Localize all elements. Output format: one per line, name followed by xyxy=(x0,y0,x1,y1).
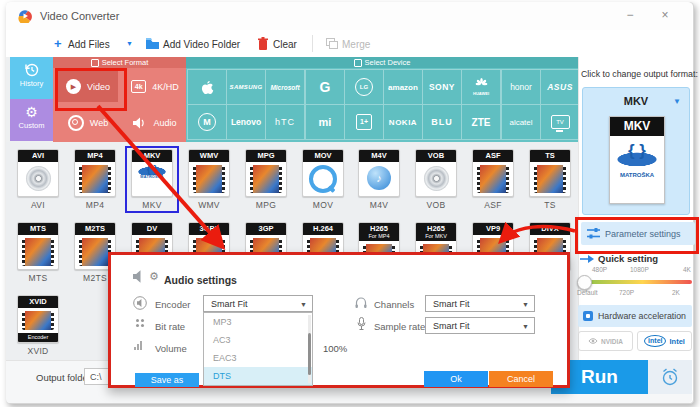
asf-icon xyxy=(473,162,513,196)
chevron-down-icon[interactable]: ▼ xyxy=(673,97,681,106)
format-category-audio[interactable]: Audio xyxy=(124,107,186,139)
schedule-button[interactable] xyxy=(648,360,692,394)
format-tile-mkv-selected[interactable]: MKV { } MATROŠKA MKV xyxy=(128,149,176,210)
mkv-icon: { } MATROŠKA xyxy=(132,162,172,196)
format-tile-asf[interactable]: ASF ASF xyxy=(469,149,517,210)
encoder-option-dts-selected[interactable]: DTS xyxy=(204,367,312,385)
format-tile-vob[interactable]: VOB VOB xyxy=(412,149,460,210)
bitrate-icon xyxy=(136,319,139,322)
ts-icon xyxy=(530,162,570,196)
device-lenovo[interactable]: Lenovo xyxy=(226,104,266,140)
quick-setting-header: Quick setting xyxy=(580,253,658,264)
format-tile-mov[interactable]: MOV MOV xyxy=(299,149,347,210)
clear-button[interactable]: Clear xyxy=(273,39,297,50)
device-blu[interactable]: BLU xyxy=(422,104,462,140)
device-alcatel[interactable]: alcatel xyxy=(501,104,541,140)
device-motorola[interactable]: M xyxy=(187,104,227,140)
slider-label-default: Default xyxy=(577,289,598,296)
encoder-option-ac3[interactable]: AC3 xyxy=(204,331,312,349)
device-huawei[interactable]: HUAWEI xyxy=(461,69,501,105)
app-root: Video Converter − × + Add Files ▼ Add Vi… xyxy=(0,0,700,407)
window-title: Video Converter xyxy=(40,10,119,22)
device-samsung[interactable]: SAMSUNG xyxy=(226,69,266,105)
encoder-option-mp3[interactable]: MP3 xyxy=(204,313,312,331)
device-asus[interactable]: ASUS xyxy=(540,69,580,105)
add-files-caret-icon[interactable]: ▼ xyxy=(126,40,133,47)
quality-slider-knob[interactable] xyxy=(577,275,592,290)
sliders-icon xyxy=(587,228,600,239)
format-tile-wmv[interactable]: WMV WMV xyxy=(185,149,233,210)
add-video-folder-button[interactable]: Add Video Folder xyxy=(163,39,240,50)
web-browser-icon xyxy=(68,115,84,131)
device-microsoft[interactable]: Microsoft xyxy=(265,69,305,105)
channels-select[interactable]: Smart Fit ▼ xyxy=(425,295,535,312)
format-tile-m4v[interactable]: M4V M4V xyxy=(355,149,403,210)
bitrate-label: Bit rate xyxy=(155,321,185,332)
format-category-4khd[interactable]: 4k 4K/HD xyxy=(124,71,186,102)
sample-rate-select[interactable]: Smart Fit ▼ xyxy=(425,317,535,334)
encoder-select[interactable]: Smart Fit ▼ xyxy=(203,295,313,312)
sidebar-item-history[interactable]: History xyxy=(10,57,53,99)
format-section-header: Select Format xyxy=(53,57,186,68)
format-tile-xvid[interactable]: XVID Encoder XVID xyxy=(14,295,62,356)
merge-button[interactable]: Merge xyxy=(342,39,370,50)
device-google[interactable]: G xyxy=(305,69,345,105)
device-lg[interactable]: LG xyxy=(344,69,384,105)
format-tile-mts[interactable]: MTS MTS xyxy=(14,222,62,283)
slider-label-2k: 2K xyxy=(672,289,680,296)
sidebar-item-custom[interactable]: ⚙ Custom xyxy=(10,99,53,141)
device-sony[interactable]: SONY xyxy=(422,69,462,105)
format-category-web[interactable]: Web xyxy=(58,107,118,139)
select-caret-icon: ▼ xyxy=(300,297,307,313)
slider-label-720p: 720P xyxy=(619,289,634,296)
lg-logo-icon: LG xyxy=(355,78,373,96)
device-nokia[interactable]: NOKIA xyxy=(383,104,423,140)
minimize-button[interactable]: − xyxy=(620,8,640,24)
mov-quicktime-icon xyxy=(303,162,343,196)
add-files-button[interactable]: Add Files xyxy=(68,39,110,50)
tv-icon: TV xyxy=(551,115,570,129)
device-oneplus[interactable]: 1+ xyxy=(344,104,384,140)
mpg-icon xyxy=(246,162,286,196)
device-xiaomi[interactable]: mi xyxy=(305,104,345,140)
volume-icon xyxy=(134,341,142,350)
toolbar-divider xyxy=(312,35,313,52)
output-format-selector[interactable]: MKV ▼ MKV { } MATROŠKA xyxy=(582,87,690,215)
device-zte[interactable]: ZTE xyxy=(461,104,501,140)
dropdown-scrollbar-thumb[interactable] xyxy=(308,333,311,375)
apple-logo-icon xyxy=(201,80,214,95)
format-tile-ts[interactable]: TS TS xyxy=(526,149,574,210)
format-tile-mpg[interactable]: MPG MPG xyxy=(242,149,290,210)
ok-button[interactable]: Ok xyxy=(424,371,488,387)
huawei-flower-icon xyxy=(475,78,488,90)
history-label: History xyxy=(10,79,53,88)
alarm-clock-icon xyxy=(660,367,680,387)
nvidia-button[interactable]: NVIDIA xyxy=(578,331,633,351)
chip-icon xyxy=(583,311,593,321)
history-clock-icon xyxy=(24,62,40,78)
volume-label: Volume xyxy=(155,343,187,354)
cancel-button[interactable]: Cancel xyxy=(489,371,553,387)
intel-button[interactable]: intel Intel xyxy=(637,331,692,351)
device-honor[interactable]: honor xyxy=(501,69,541,105)
channels-label: Channels xyxy=(374,299,414,310)
channels-icon xyxy=(354,296,368,309)
device-tv[interactable]: TV xyxy=(540,104,580,140)
format-tile-mp4[interactable]: MP4 MP4 xyxy=(71,149,119,210)
wmv-icon xyxy=(189,162,229,196)
close-button[interactable]: × xyxy=(655,8,675,24)
m4v-music-icon xyxy=(359,162,399,196)
save-as-button[interactable]: Save as xyxy=(135,373,199,387)
device-htc[interactable]: hTC xyxy=(265,104,305,140)
format-category-video[interactable]: ▶ Video xyxy=(58,71,118,102)
parameter-settings-button[interactable]: Parameter settings xyxy=(581,222,695,245)
quality-slider-track[interactable] xyxy=(582,280,692,284)
encoder-speaker-icon xyxy=(133,296,147,310)
device-apple[interactable] xyxy=(187,69,227,105)
format-tile-avi[interactable]: AVI AVI xyxy=(14,149,62,210)
encoder-option-eac3[interactable]: EAC3 xyxy=(204,349,312,367)
hardware-acceleration-button[interactable]: Hardware acceleration xyxy=(578,305,692,327)
device-amazon[interactable]: amazon xyxy=(383,69,423,105)
plus-icon: + xyxy=(54,36,62,51)
vob-disc-icon xyxy=(416,162,456,196)
